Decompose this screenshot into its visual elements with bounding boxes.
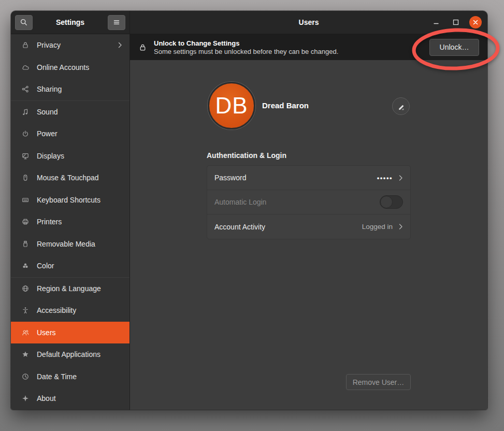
sidebar-item-label: Sound	[37, 108, 122, 116]
keyboard-icon	[21, 196, 30, 204]
color-circles-icon	[21, 262, 30, 270]
sidebar-item-label: Removable Media	[37, 240, 122, 248]
password-row[interactable]: Password •••••	[207, 166, 410, 190]
sparkle-icon	[21, 394, 30, 403]
sidebar-item-printers[interactable]: Printers	[11, 211, 129, 233]
flash-drive-icon	[21, 240, 30, 248]
edit-name-button[interactable]	[392, 97, 410, 115]
sidebar-item-privacy[interactable]: Privacy	[11, 34, 129, 56]
sidebar-item-region-language[interactable]: Region & Language	[11, 278, 129, 300]
auth-login-list: Password ••••• Automatic Login Account A…	[207, 165, 411, 239]
row-label: Automatic Login	[214, 198, 373, 206]
sidebar-item-label: Accessibility	[37, 306, 122, 314]
users-panel: DB Dread Baron Authentication & Login Pa…	[130, 60, 487, 410]
password-dots: •••••	[377, 174, 393, 182]
content-pane: Users	[130, 11, 487, 410]
row-label: Password	[214, 174, 371, 182]
sidebar-item-mouse-touchpad[interactable]: Mouse & Touchpad	[11, 167, 129, 189]
printer-icon	[21, 218, 30, 226]
automatic-login-row: Automatic Login	[207, 190, 410, 214]
close-icon	[472, 19, 479, 25]
sidebar-list: Privacy Online Accounts	[11, 34, 129, 410]
banner-text: Unlock to Change Settings Some settings …	[154, 39, 423, 56]
close-button[interactable]	[469, 16, 482, 28]
search-button[interactable]	[15, 15, 33, 30]
search-icon	[20, 18, 28, 26]
accessibility-icon	[21, 306, 30, 314]
maximize-button[interactable]	[450, 16, 462, 28]
globe-icon	[21, 284, 30, 293]
share-icon	[21, 85, 30, 93]
sidebar-item-label: Online Accounts	[37, 63, 122, 71]
chevron-right-icon	[118, 42, 122, 48]
sidebar-item-label: Color	[37, 262, 122, 270]
content-headerbar[interactable]: Users	[130, 11, 487, 34]
minimize-button[interactable]	[430, 16, 442, 28]
monitor-icon	[21, 152, 30, 160]
avatar[interactable]: DB	[208, 82, 255, 130]
minimize-icon	[433, 19, 439, 25]
sidebar-headerbar: Settings	[11, 11, 129, 34]
sidebar-item-label: Default Applications	[37, 350, 122, 358]
sidebar-item-label: Region & Language	[37, 284, 122, 293]
unlock-banner: Unlock to Change Settings Some settings …	[130, 34, 487, 60]
lock-icon	[21, 41, 30, 49]
pencil-icon	[397, 103, 405, 110]
banner-title: Unlock to Change Settings	[154, 39, 423, 48]
user-name: Dread Baron	[262, 101, 309, 110]
sidebar: Settings Privacy	[11, 11, 129, 410]
sidebar-item-label: Power	[37, 130, 122, 138]
window-controls	[430, 16, 482, 28]
chevron-right-icon	[399, 175, 403, 181]
sidebar-item-about[interactable]: About	[11, 387, 129, 410]
sidebar-item-label: Keyboard Shortcuts	[37, 196, 122, 204]
mouse-icon	[21, 174, 30, 182]
music-note-icon	[21, 108, 30, 116]
users-icon	[21, 328, 30, 337]
unlock-button[interactable]: Unlock…	[429, 39, 479, 56]
star-icon	[21, 350, 30, 358]
sidebar-item-label: Mouse & Touchpad	[37, 174, 122, 182]
sidebar-item-power[interactable]: Power	[11, 123, 129, 145]
maximize-icon	[453, 19, 459, 25]
sidebar-item-users[interactable]: Users	[11, 322, 129, 344]
sidebar-item-label: Sharing	[37, 85, 122, 93]
sidebar-item-label: Date & Time	[37, 372, 122, 381]
power-icon	[21, 130, 30, 138]
banner-subtitle: Some settings must be unlocked before th…	[154, 48, 423, 56]
sidebar-item-keyboard-shortcuts[interactable]: Keyboard Shortcuts	[11, 189, 129, 211]
row-label: Account Activity	[214, 223, 356, 231]
lock-icon	[138, 43, 147, 52]
settings-window: Settings Privacy	[11, 11, 487, 410]
sidebar-item-date-time[interactable]: Date & Time	[11, 366, 129, 388]
toggle-knob	[380, 196, 393, 208]
remove-user-button[interactable]: Remove User…	[346, 374, 411, 390]
sidebar-item-default-applications[interactable]: Default Applications	[11, 343, 129, 366]
sidebar-item-sharing[interactable]: Sharing	[11, 78, 129, 100]
menu-button[interactable]	[108, 15, 125, 30]
section-heading: Authentication & Login	[207, 151, 286, 160]
cloud-icon	[21, 63, 30, 71]
sidebar-item-label: Printers	[37, 218, 122, 226]
sidebar-item-label: Users	[37, 328, 122, 337]
account-activity-row[interactable]: Account Activity Logged in	[207, 214, 410, 239]
sidebar-item-label: About	[37, 394, 122, 403]
sidebar-item-removable-media[interactable]: Removable Media	[11, 233, 129, 255]
account-activity-value: Logged in	[362, 223, 393, 231]
chevron-right-icon	[399, 223, 403, 230]
settings-title: Settings	[33, 18, 108, 26]
sidebar-item-color[interactable]: Color	[11, 255, 129, 277]
hamburger-icon	[112, 18, 121, 26]
sidebar-item-label: Displays	[37, 152, 122, 160]
sidebar-item-sound[interactable]: Sound	[11, 101, 129, 123]
avatar-initials: DB	[215, 93, 248, 119]
sidebar-item-displays[interactable]: Displays	[11, 145, 129, 167]
sidebar-item-online-accounts[interactable]: Online Accounts	[11, 56, 129, 79]
sidebar-item-accessibility[interactable]: Accessibility	[11, 299, 129, 322]
clock-icon	[21, 372, 30, 381]
sidebar-item-label: Privacy	[37, 41, 111, 49]
automatic-login-toggle[interactable]	[380, 195, 403, 209]
